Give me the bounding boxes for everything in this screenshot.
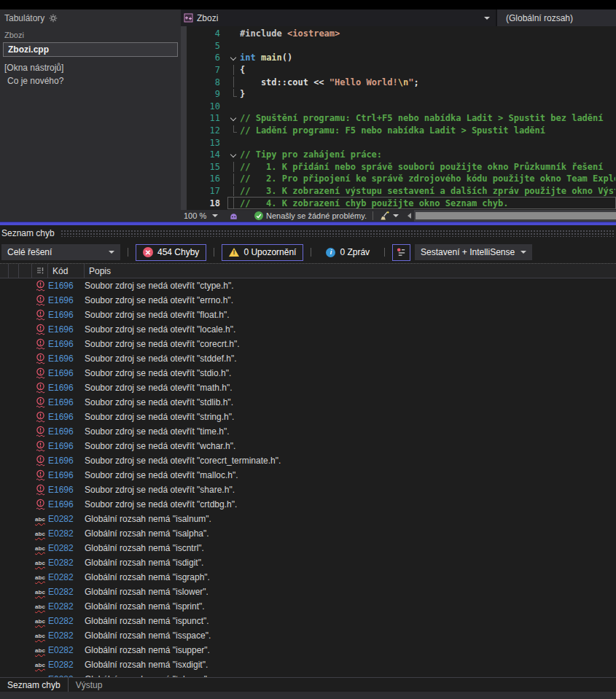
header-col-empty-3[interactable] (19, 264, 32, 278)
code-line[interactable]: 9} (187, 88, 616, 101)
error-row[interactable]: abcE0282Globální rozsah nemá "isalpha". (0, 526, 616, 541)
error-code-link[interactable]: E0282 (48, 645, 85, 655)
code-line[interactable]: 13 (187, 136, 616, 149)
error-row[interactable]: E1696Soubor zdroj se nedá otevřít "corec… (0, 453, 616, 468)
copilot-icon[interactable] (229, 211, 238, 221)
error-code-link[interactable]: E1696 (48, 339, 85, 349)
error-code-link[interactable]: E0282 (48, 514, 85, 524)
error-row[interactable]: abcE0282Globální rozsah nemá "tolower". (0, 672, 616, 677)
messages-toggle-button[interactable]: i 0 Zpráv (319, 244, 377, 261)
code-line[interactable]: 14// Tipy pro zahájení práce: (187, 149, 616, 161)
error-code-link[interactable]: E1696 (48, 426, 85, 437)
chevron-down-icon[interactable] (393, 214, 399, 217)
error-row[interactable]: abcE0282Globální rozsah nemá "isprint". (0, 599, 616, 614)
filter-button[interactable] (392, 244, 410, 261)
error-row[interactable]: abcE0282Globální rozsah nemá "ispunct". (0, 614, 616, 628)
error-row[interactable]: abcE0282Globální rozsah nemá "isdigit". (0, 555, 616, 570)
error-row[interactable]: abcE0282Globální rozsah nemá "isalnum". (0, 512, 616, 526)
scope-dropdown[interactable]: (Globální rozsah) (497, 9, 616, 26)
error-row[interactable]: E1696Soubor zdroj se nedá otevřít "ctype… (0, 278, 616, 293)
error-code-link[interactable]: E1696 (48, 281, 85, 291)
code-line[interactable]: 16// 2. Pro připojení ke správě zdrojové… (187, 173, 616, 185)
error-code-link[interactable]: E1696 (48, 324, 85, 335)
error-row[interactable]: E1696Soubor zdroj se nedá otevřít "math.… (0, 380, 616, 395)
sidebar-item-zbozi-cpp[interactable]: Zbozi.cpp (3, 42, 178, 57)
error-row[interactable]: E1696Soubor zdroj se nedá otevřít "local… (0, 322, 616, 337)
error-code-link[interactable]: E0282 (48, 630, 85, 641)
error-code-link[interactable]: E1696 (48, 295, 85, 305)
error-code-link[interactable]: E0282 (48, 660, 85, 670)
error-row[interactable]: abcE0282Globální rozsah nemá "islower". (0, 585, 616, 599)
scrollbar-thumb[interactable] (416, 212, 616, 219)
sidebar-item-whats-new[interactable]: Co je nového? (7, 76, 178, 86)
error-code-link[interactable]: E1696 (48, 354, 85, 364)
code-line[interactable]: 17// 3. K zobrazení výstupu sestavení a … (187, 185, 616, 198)
source-filter-dropdown[interactable]: Sestavení + IntelliSense (415, 244, 532, 260)
code-line[interactable]: 10 (187, 101, 616, 113)
error-code-link[interactable]: E1696 (48, 397, 85, 407)
error-code-link[interactable]: E0282 (48, 601, 85, 612)
error-row[interactable]: E1696Soubor zdroj se nedá otevřít "stdio… (0, 366, 616, 380)
error-row[interactable]: abcE0282Globální rozsah nemá "isgraph". (0, 570, 616, 585)
error-row[interactable]: abcE0282Globální rozsah nemá "isupper". (0, 643, 616, 657)
health-indicator-text[interactable]: Nenašly se žádné problémy. (266, 211, 367, 220)
error-code-link[interactable]: E1696 (48, 383, 85, 393)
code-line[interactable]: 6int main() (187, 52, 616, 64)
error-code-link[interactable]: E1696 (48, 485, 85, 495)
code-line[interactable]: 15// 1. K přidání nebo správě souborů po… (187, 161, 616, 173)
error-code-link[interactable]: E0282 (48, 543, 85, 553)
error-row[interactable]: E1696Soubor zdroj se nedá otevřít "stdli… (0, 395, 616, 410)
code-line[interactable]: 7{ (187, 64, 616, 77)
code-line[interactable]: 4#include <iostream> (187, 28, 616, 40)
code-cleanup-broom-icon[interactable] (379, 211, 390, 221)
header-col-description[interactable]: Popis (85, 264, 616, 278)
code-editor[interactable]: 4#include <iostream>56int main()7{8 std:… (187, 26, 616, 210)
error-row[interactable]: E1696Soubor zdroj se nedá otevřít "float… (0, 308, 616, 322)
header-col-empty-1[interactable] (0, 264, 9, 278)
tab-seznam-chyb[interactable]: Seznam chyb (0, 678, 69, 692)
error-row[interactable]: abcE0282Globální rozsah nemá "isspace". (0, 628, 616, 643)
error-code-link[interactable]: E1696 (48, 368, 85, 378)
error-row[interactable]: E1696Soubor zdroj se nedá otevřít "crtdb… (0, 497, 616, 512)
error-row[interactable]: E1696Soubor zdroj se nedá otevřít "wchar… (0, 439, 616, 453)
error-code-link[interactable]: E1696 (48, 456, 85, 466)
error-row[interactable]: E1696Soubor zdroj se nedá otevřít "mallo… (0, 468, 616, 483)
error-row[interactable]: E1696Soubor zdroj se nedá otevřít "errno… (0, 293, 616, 308)
scope-filter-dropdown[interactable]: Celé řešení (1, 244, 120, 260)
fold-collapse-icon[interactable] (228, 149, 240, 160)
header-col-empty-2[interactable] (9, 264, 19, 278)
scroll-left-icon[interactable] (408, 213, 411, 219)
error-code-link[interactable]: E1696 (48, 470, 85, 480)
error-code-link[interactable]: E0282 (48, 558, 85, 568)
gear-icon[interactable] (49, 14, 58, 23)
error-code-link[interactable]: E1696 (48, 441, 85, 451)
error-row[interactable]: E1696Soubor zdroj se nedá otevřít "share… (0, 483, 616, 497)
code-line[interactable]: 12// Ladění programu: F5 nebo nabídka La… (187, 125, 616, 137)
error-code-link[interactable]: E1696 (48, 499, 85, 509)
zoom-dropdown[interactable]: 100 % (184, 211, 226, 220)
fold-collapse-icon[interactable] (228, 113, 240, 124)
tab-vystup[interactable]: Výstup (69, 678, 110, 692)
error-row[interactable]: abcE0282Globální rozsah nemá "iscntrl". (0, 541, 616, 555)
fold-collapse-icon[interactable] (228, 52, 240, 63)
horizontal-scrollbar[interactable] (405, 210, 616, 222)
error-code-link[interactable]: E1696 (48, 310, 85, 320)
error-row[interactable]: E1696Soubor zdroj se nedá otevřít "stdde… (0, 351, 616, 366)
header-col-code[interactable]: Kód (48, 264, 85, 278)
symbol-dropdown[interactable]: Zbozi (181, 9, 497, 26)
error-code-link[interactable]: E1696 (48, 412, 85, 422)
error-row[interactable]: E1696Soubor zdroj se nedá otevřít "time.… (0, 424, 616, 439)
errors-toggle-button[interactable]: ✕ 454 Chyby (136, 244, 206, 261)
code-line[interactable]: 11// Spuštění programu: Ctrl+F5 nebo nab… (187, 112, 616, 125)
warnings-toggle-button[interactable]: 0 Upozornění (222, 244, 303, 261)
panel-drag-handle[interactable] (61, 230, 615, 237)
error-code-link[interactable]: E0282 (48, 572, 85, 582)
code-line[interactable]: 8 std::cout << "Hello World!\n"; (187, 76, 616, 88)
error-row[interactable]: abcE0282Globální rozsah nemá "isxdigit". (0, 657, 616, 672)
error-code-link[interactable]: E0282 (48, 528, 85, 539)
error-row[interactable]: E1696Soubor zdroj se nedá otevřít "corec… (0, 337, 616, 351)
code-line[interactable]: 18// 4. K zobrazení chyb použijte okno S… (187, 197, 616, 209)
code-line[interactable]: 5 (187, 40, 616, 52)
error-code-link[interactable]: E0282 (48, 616, 85, 626)
error-code-link[interactable]: E0282 (48, 587, 85, 597)
